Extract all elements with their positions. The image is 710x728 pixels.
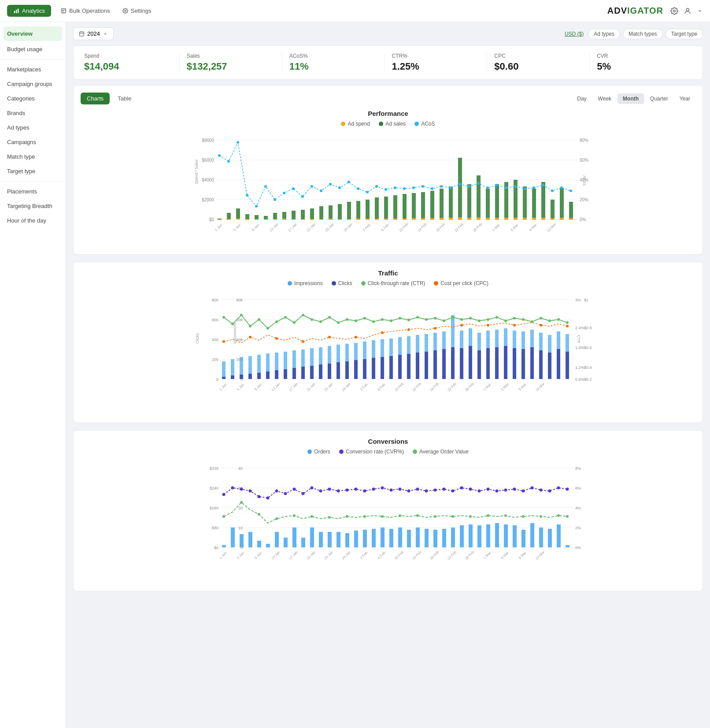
sidebar-item-categories[interactable]: Categories [0,91,66,106]
svg-point-441 [522,490,525,493]
svg-point-454 [346,515,348,518]
sidebar-item-campaign-groups[interactable]: Campaign groups [0,77,66,91]
svg-text:17 Jan: 17 Jan [288,382,299,392]
svg-text:80k: 80k [236,298,243,302]
svg-point-429 [416,488,419,491]
svg-text:29 Jan: 29 Jan [341,550,351,561]
legend-impressions: Impressions [288,280,323,286]
match-types-filter-btn[interactable]: Match types [623,29,663,39]
svg-point-273 [240,314,243,316]
logo: ADVIGATOR [607,6,663,16]
svg-text:22 Feb: 22 Feb [447,382,457,392]
sidebar-item-brands[interactable]: Brands [0,106,66,120]
settings-nav-btn[interactable]: Settings [116,5,158,17]
chevron-down-icon[interactable] [697,8,703,14]
svg-rect-80 [319,219,323,220]
metric-cvr-label: CVR [597,53,685,59]
legend-cvr: Conversion rate (CVR%) [339,449,404,455]
svg-point-459 [434,515,436,518]
table-tab[interactable]: Table [111,93,137,104]
sidebar-item-targeting-breadth[interactable]: Targeting Breadth [0,199,66,213]
performance-svg: $8000 $6000 $4000 $2000 $0 80% 60% 40% 2… [81,131,695,246]
sidebar-item-hour-of-day[interactable]: Hour of the day [0,213,66,228]
sidebar-divider-1 [0,59,66,59]
sidebar-item-placements[interactable]: Placements [0,184,66,199]
usd-tag[interactable]: USD ($) [565,31,584,37]
svg-text:60%: 60% [580,158,588,163]
svg-text:0.6%: 0.6% [575,377,584,382]
month-tab[interactable]: Month [618,93,644,104]
svg-rect-234 [248,374,252,379]
svg-rect-243 [328,364,331,379]
sidebar-item-campaigns[interactable]: Campaigns [0,135,66,149]
year-tab[interactable]: Year [674,93,695,104]
svg-point-323 [540,324,542,327]
svg-text:13 Jan: 13 Jan [269,223,279,233]
svg-point-416 [302,492,305,495]
svg-rect-85 [366,219,370,220]
nav-icons [670,7,703,15]
svg-rect-66 [551,200,555,219]
performance-chart-container: Performance Ad spend Ad sales ACoS [81,110,695,247]
week-tab[interactable]: Week [593,93,617,104]
charts-tab[interactable]: Charts [81,93,110,104]
sidebar-item-overview[interactable]: Overview [4,26,62,41]
svg-point-319 [434,327,436,330]
svg-rect-389 [416,527,420,547]
metric-ctr-value: 1.25% [392,61,480,72]
svg-rect-379 [328,532,332,547]
analytics-nav-btn[interactable]: Analytics [7,5,51,17]
svg-rect-402 [530,523,534,547]
day-tab[interactable]: Day [572,93,592,104]
svg-point-435 [469,488,472,491]
year-filter-btn[interactable]: 2024 [73,27,114,40]
svg-point-287 [363,317,366,319]
svg-rect-267 [539,350,543,379]
sidebar-item-marketplaces[interactable]: Marketplaces [0,62,66,77]
sidebar-item-target-type[interactable]: Target type [0,164,66,178]
svg-text:$0.8: $0.8 [584,326,592,330]
app-layout: Overview Budget usage Marketplaces Campa… [0,22,710,728]
svg-rect-47 [375,197,379,219]
svg-rect-89 [403,219,407,220]
svg-point-129 [412,186,415,189]
svg-rect-70 [227,219,231,220]
svg-rect-256 [442,349,446,379]
svg-point-456 [381,515,384,518]
svg-point-303 [504,319,507,322]
user-icon[interactable] [684,7,692,15]
gear-icon[interactable] [670,7,678,15]
svg-point-290 [390,319,392,322]
svg-rect-374 [284,538,288,547]
svg-rect-51 [412,193,416,219]
svg-rect-88 [393,219,397,220]
svg-text:40: 40 [238,466,243,471]
svg-rect-68 [569,202,573,219]
svg-text:$4000: $4000 [202,178,214,182]
sidebar-item-match-type[interactable]: Match type [0,149,66,164]
svg-rect-52 [421,192,425,219]
sidebar-item-budget-usage[interactable]: Budget usage [0,42,66,56]
svg-point-293 [416,316,419,319]
svg-rect-98 [486,218,490,220]
svg-rect-382 [354,531,358,547]
analytics-icon [13,8,19,14]
target-type-filter-btn[interactable]: Target type [666,29,703,39]
top-nav: Analytics Bulk Operations Settings ADVIG… [0,0,710,22]
svg-point-315 [328,336,331,338]
svg-rect-99 [495,218,499,220]
svg-rect-258 [460,348,463,379]
svg-text:21 Jan: 21 Jan [306,223,316,233]
sidebar-item-ad-types[interactable]: Ad types [0,120,66,135]
bulk-ops-nav-btn[interactable]: Bulk Operations [55,5,116,17]
ad-types-filter-btn[interactable]: Ad types [588,29,620,39]
svg-rect-3 [62,9,66,13]
quarter-tab[interactable]: Quarter [645,93,673,104]
svg-rect-106 [560,218,564,220]
svg-point-467 [566,515,569,518]
svg-point-453 [328,516,331,519]
svg-point-437 [487,488,490,491]
svg-text:9 Jan: 9 Jan [254,551,263,560]
svg-text:$0.2: $0.2 [584,377,592,382]
svg-point-279 [293,321,296,324]
